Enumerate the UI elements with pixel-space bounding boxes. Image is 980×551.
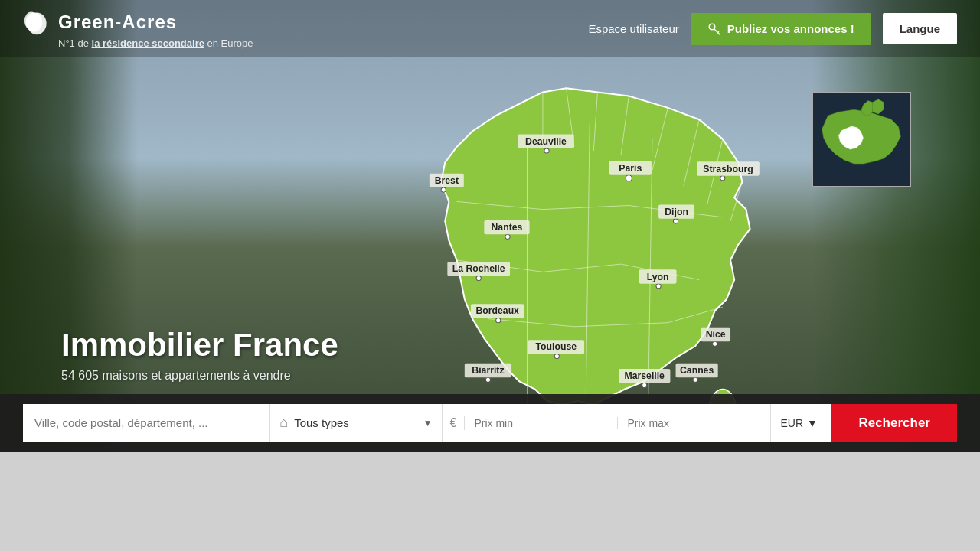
hero-subtitle: 54 605 maisons et appartements à vendre [61,369,338,383]
europe-map-svg [813,92,910,187]
currency-selector[interactable]: EUR ▼ [770,404,831,442]
strasbourg-label[interactable]: Strasbourg [703,164,753,174]
hero-content: Immobilier France 54 605 maisons et appa… [61,328,338,383]
strasbourg-dot[interactable] [720,176,725,181]
dijon-label[interactable]: Dijon [665,207,688,217]
svg-point-3 [709,24,715,30]
france-map-svg: Paris Deauville Brest Strasbourg Nantes … [368,77,796,444]
nantes-dot[interactable] [505,234,510,239]
bordeaux-dot[interactable] [496,318,501,323]
brest-label[interactable]: Brest [435,175,459,186]
search-type-select[interactable]: Tous types Maison Appartement Terrain Vi… [294,416,417,429]
logo-subtitle: N°1 de la résidence secondaire en Europe [58,37,588,49]
langue-button[interactable]: Langue [883,13,957,44]
search-type-wrapper[interactable]: ⌂ Tous types Maison Appartement Terrain … [270,404,441,442]
bordeaux-label[interactable]: Bordeaux [475,305,519,316]
hero-section: Green-Acres N°1 de la résidence secondai… [0,0,980,452]
logo-subtitle-suffix: en Europe [204,37,253,49]
paris-label[interactable]: Paris [619,163,642,174]
bottom-area [0,452,980,551]
nice-label[interactable]: Nice [706,329,726,340]
search-bar: ⌂ Tous types Maison Appartement Terrain … [0,394,980,452]
toulouse-label[interactable]: Toulouse [536,341,577,352]
la-rochelle-label[interactable]: La Rochelle [452,263,505,274]
marseille-dot[interactable] [642,383,647,387]
svg-point-2 [26,12,43,31]
paris-dot[interactable] [626,175,632,181]
marseille-label[interactable]: Marseille [624,370,665,381]
europe-inset-map [812,92,911,187]
france-path[interactable] [441,88,750,405]
svg-line-5 [717,31,719,33]
logo-subtitle-prefix: N°1 de [58,37,92,49]
navbar: Green-Acres N°1 de la résidence secondai… [0,0,980,57]
logo-icon [23,8,51,36]
toulouse-dot[interactable] [554,354,559,359]
price-max-input[interactable] [618,417,770,429]
svg-line-4 [714,29,720,35]
logo-text: Green-Acres [58,11,177,33]
logo-area: Green-Acres N°1 de la résidence secondai… [23,8,588,49]
price-section: € [442,404,771,442]
nav-actions: Espace utilisateur Publiez vos annonces … [588,13,957,45]
nice-dot[interactable] [713,341,717,346]
euro-icon: € [443,416,466,430]
dijon-dot[interactable] [673,219,678,223]
currency-label: EUR [780,417,803,429]
brest-dot[interactable] [441,187,446,192]
biarritz-dot[interactable] [485,377,490,382]
biarritz-label[interactable]: Biarritz [472,365,504,376]
type-chevron-icon: ▼ [423,418,433,429]
deauville-dot[interactable] [544,148,549,153]
publish-button[interactable]: Publiez vos annonces ! [691,13,871,45]
logo-subtitle-bold: la résidence secondaire [92,37,204,49]
cannes-label[interactable]: Cannes [680,365,714,376]
home-icon: ⌂ [279,415,288,431]
lyon-dot[interactable] [656,284,661,289]
key-icon [707,22,721,36]
la-rochelle-dot[interactable] [476,276,481,280]
tree-left-overlay [0,0,138,452]
tree-right-overlay [812,0,980,452]
search-button[interactable]: Rechercher [831,404,957,442]
price-min-input[interactable] [465,417,618,429]
search-location-input[interactable] [23,404,270,442]
lyon-label[interactable]: Lyon [647,272,669,282]
logo-top: Green-Acres [23,8,588,36]
hero-title: Immobilier France [61,328,338,363]
france-map[interactable]: Paris Deauville Brest Strasbourg Nantes … [368,77,796,444]
cannes-dot[interactable] [693,377,697,382]
nantes-label[interactable]: Nantes [492,222,523,233]
currency-chevron-icon: ▼ [807,417,818,429]
user-space-button[interactable]: Espace utilisateur [588,22,678,35]
deauville-label[interactable]: Deauville [525,136,567,147]
publish-label: Publiez vos annonces ! [727,22,854,35]
